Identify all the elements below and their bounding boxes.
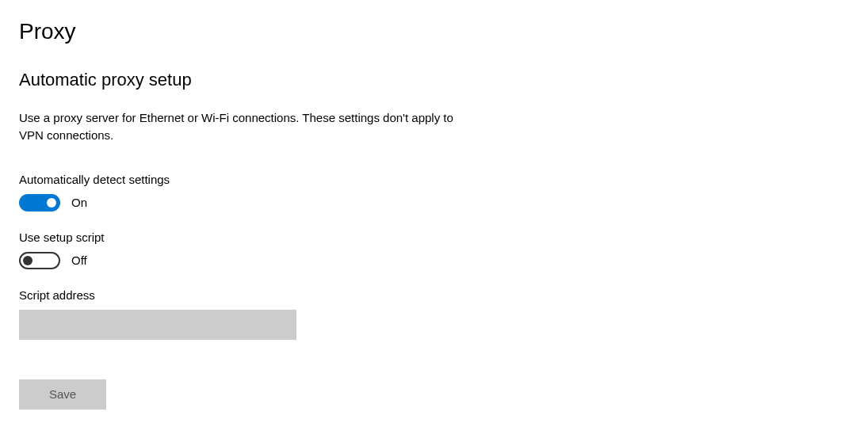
toggle-knob-icon	[23, 256, 33, 265]
section-title-automatic-proxy: Automatic proxy setup	[19, 70, 849, 90]
auto-detect-toggle[interactable]	[19, 194, 60, 211]
setting-setup-script: Use setup script Off	[19, 231, 849, 269]
toggle-knob-icon	[47, 198, 56, 208]
auto-detect-label: Automatically detect settings	[19, 173, 849, 186]
save-button[interactable]: Save	[19, 379, 106, 410]
setting-auto-detect: Automatically detect settings On	[19, 173, 849, 211]
auto-detect-state: On	[71, 196, 87, 209]
setup-script-toggle[interactable]	[19, 252, 60, 269]
setup-script-label: Use setup script	[19, 231, 849, 244]
section-description: Use a proxy server for Ethernet or Wi-Fi…	[19, 109, 463, 144]
setup-script-state: Off	[71, 253, 87, 267]
page-title: Proxy	[19, 19, 849, 44]
setting-script-address: Script address	[19, 288, 849, 340]
script-address-label: Script address	[19, 288, 849, 302]
script-address-input[interactable]	[19, 310, 296, 340]
